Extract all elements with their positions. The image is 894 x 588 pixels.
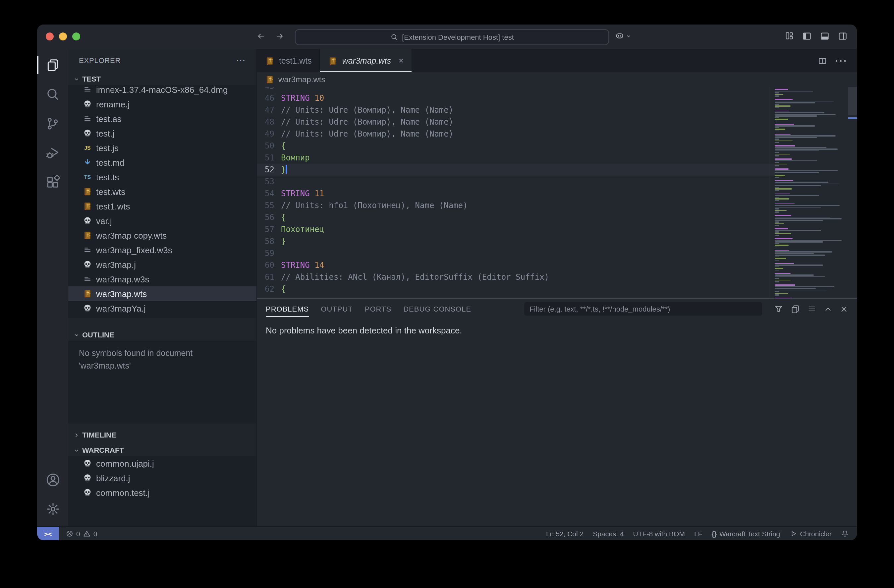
code-line[interactable]: 47// Units: Udre (Вомпир), Name (Name) <box>257 104 775 116</box>
status-label: UTF-8 with BOM <box>633 530 685 538</box>
minimap[interactable] <box>769 87 848 298</box>
activity-item-extensions[interactable] <box>37 167 68 196</box>
code-line[interactable]: 50{ <box>257 140 775 152</box>
code-line[interactable]: 48// Units: Udre (Вомпир), Name (Name) <box>257 116 775 128</box>
close-panel-icon[interactable] <box>840 305 848 313</box>
code-line[interactable]: 60STRING 14 <box>257 259 775 271</box>
close-window-button[interactable] <box>46 32 54 41</box>
code-line[interactable]: 57Похотинец <box>257 224 775 235</box>
activity-item-source-control[interactable] <box>37 109 68 138</box>
command-center-search[interactable]: [Extension Development Host] test <box>295 29 609 45</box>
code-line[interactable]: 45 <box>257 87 775 92</box>
toggle-primary-sidebar-icon[interactable] <box>802 31 812 41</box>
remote-indicator[interactable]: >< <box>37 527 59 540</box>
code-line[interactable]: 54STRING 11 <box>257 187 775 200</box>
code-token: STRING <box>281 94 310 103</box>
copilot-menu[interactable] <box>615 31 631 41</box>
activity-item-run-debug[interactable] <box>37 138 68 167</box>
status-item-warcraft-text-string[interactable]: {}Warcraft Text String <box>711 530 780 538</box>
status-item-utf-8-with-bom[interactable]: UTF-8 with BOM <box>633 530 685 538</box>
activity-item-explorer[interactable] <box>37 50 68 80</box>
breadcrumb[interactable]: war3map.wts <box>257 72 857 87</box>
file-item[interactable]: war3map_fixed.w3s <box>68 243 257 257</box>
code-editor[interactable]: 4546STRING 1047// Units: Udre (Вомпир), … <box>257 87 857 298</box>
split-editor-icon[interactable] <box>818 56 827 65</box>
code-line[interactable]: 56{ <box>257 212 775 224</box>
panel-tab-problems[interactable]: PROBLEMS <box>266 299 309 319</box>
file-item[interactable]: TStest.ts <box>68 170 257 184</box>
view-as-list-icon[interactable] <box>807 304 817 314</box>
section-header-test[interactable]: TEST <box>68 73 257 85</box>
code-line[interactable]: 51Вомпир <box>257 152 775 164</box>
toggle-panel-icon[interactable] <box>820 31 830 41</box>
code-line[interactable]: 55// Units: hfo1 (Похотинец), Name (Name… <box>257 200 775 212</box>
code-line[interactable]: 52} <box>257 164 775 176</box>
forward-arrow-icon[interactable] <box>275 31 285 41</box>
file-item[interactable]: war3map.j <box>68 257 257 272</box>
section-header-outline[interactable]: OUTLINE <box>68 329 257 341</box>
code-line[interactable]: 46STRING 10 <box>257 92 775 104</box>
sidebar-filler <box>68 500 257 526</box>
toggle-secondary-sidebar-icon[interactable] <box>838 31 848 41</box>
code-line[interactable]: 59 <box>257 247 775 259</box>
file-item[interactable]: common.ujapi.j <box>68 456 257 471</box>
file-item[interactable]: test.wts <box>68 184 257 199</box>
file-item[interactable]: common.test.j <box>68 485 257 500</box>
filter-icon[interactable] <box>774 304 783 314</box>
minimap-line <box>775 190 779 191</box>
file-item[interactable]: war3map copy.wts <box>68 228 257 243</box>
skull-file-icon <box>83 216 92 225</box>
file-item[interactable]: test.as <box>68 111 257 126</box>
editor-tab-war3map-wts[interactable]: war3map.wts✕ <box>320 49 412 72</box>
customize-layout-icon[interactable] <box>785 31 794 41</box>
code-line[interactable]: 53 <box>257 176 775 187</box>
problems-filter-input[interactable] <box>524 302 762 316</box>
close-tab-icon[interactable]: ✕ <box>398 57 404 64</box>
problems-status[interactable]: 0 0 <box>66 530 97 538</box>
file-item[interactable]: imnex-1.37.4-macOS-x86_64.dmg <box>68 85 257 97</box>
file-item[interactable]: war3mapYa.j <box>68 301 257 316</box>
panel-tab-ports[interactable]: PORTS <box>365 299 391 319</box>
explorer-actions-icon[interactable]: ··· <box>237 56 246 64</box>
editor-actions-icon[interactable]: ··· <box>835 55 848 67</box>
file-item[interactable]: war3map.w3s <box>68 272 257 286</box>
back-arrow-icon[interactable] <box>256 31 266 41</box>
status-item-spaces-4[interactable]: Spaces: 4 <box>593 530 624 538</box>
code-line[interactable]: 61// Abilities: ANcl (Канал), EditorSuff… <box>257 271 775 283</box>
panel-tab-debug-console[interactable]: DEBUG CONSOLE <box>403 299 471 319</box>
code-line[interactable]: 58} <box>257 235 775 247</box>
minimap-line <box>775 106 791 106</box>
line-number: 45 <box>257 87 274 92</box>
file-item[interactable]: test.md <box>68 155 257 170</box>
minimap-line <box>775 266 779 267</box>
search-icon <box>46 87 60 101</box>
section-header-timeline[interactable]: TIMELINE <box>68 429 257 441</box>
file-item[interactable]: rename.j <box>68 97 257 111</box>
status-item-lf[interactable]: LF <box>694 530 702 538</box>
editor-scrollbar[interactable] <box>848 87 857 298</box>
file-item[interactable]: blizzard.j <box>68 471 257 485</box>
code-line[interactable]: 62{ <box>257 283 775 295</box>
scrollbar-slider[interactable] <box>848 87 857 115</box>
status-item-chronicler[interactable]: Chronicler <box>789 530 832 538</box>
file-item[interactable]: JStest.js <box>68 141 257 155</box>
section-header-warcraft[interactable]: WARCRAFT <box>68 444 257 456</box>
panel-tab-output[interactable]: OUTPUT <box>321 299 353 319</box>
file-item[interactable]: test1.wts <box>68 199 257 213</box>
file-item[interactable]: var.j <box>68 213 257 228</box>
status-item-ln-52-col-2[interactable]: Ln 52, Col 2 <box>546 530 583 538</box>
file-item[interactable]: war3map.wts <box>68 286 257 301</box>
activity-item-search[interactable] <box>37 80 68 109</box>
activity-item-settings[interactable] <box>37 494 68 524</box>
code-line[interactable]: 49// Units: Udre (Вомпир), Name (Name) <box>257 128 775 140</box>
open-in-editor-icon[interactable] <box>791 304 800 314</box>
code-token: STRING <box>281 189 310 198</box>
zoom-window-button[interactable] <box>72 32 80 41</box>
minimize-window-button[interactable] <box>59 32 67 41</box>
file-item[interactable]: test.j <box>68 126 257 141</box>
activity-item-accounts[interactable] <box>37 466 68 494</box>
minimap-line <box>775 284 795 286</box>
editor-tab-test1-wts[interactable]: test1.wts <box>257 49 320 72</box>
maximize-panel-icon[interactable] <box>824 305 832 313</box>
status-item-bell[interactable] <box>841 530 849 538</box>
